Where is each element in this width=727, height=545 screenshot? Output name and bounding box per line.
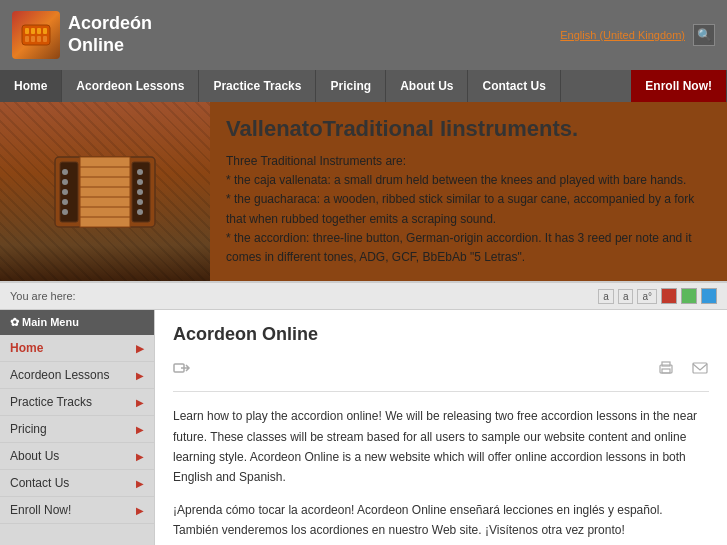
font-small-btn[interactable]: a — [598, 289, 614, 304]
color-blue-btn[interactable] — [701, 288, 717, 304]
sidebar-item-contact[interactable]: Contact Us ▶ — [0, 470, 154, 497]
svg-point-19 — [62, 169, 68, 175]
language-selector[interactable]: English (United Kingdom) — [560, 29, 685, 41]
breadcrumb-bar: You are here: a a a° — [0, 281, 727, 310]
svg-rect-33 — [693, 363, 707, 373]
svg-point-25 — [137, 179, 143, 185]
sidebar-arrow-home: ▶ — [136, 343, 144, 354]
svg-rect-7 — [37, 36, 41, 42]
nav-acordeon-lessons[interactable]: Acordeon Lessons — [62, 70, 199, 102]
share-icon[interactable] — [173, 359, 191, 381]
print-icon[interactable] — [657, 359, 675, 381]
logo-area: Acordeón Online — [12, 11, 152, 59]
svg-point-28 — [137, 209, 143, 215]
sidebar-item-pricing[interactable]: Pricing ▶ — [0, 416, 154, 443]
nav: Home Acordeon Lessons Practice Tracks Pr… — [0, 70, 727, 102]
svg-rect-4 — [43, 28, 47, 34]
sidebar-item-practice-tracks[interactable]: Practice Tracks ▶ — [0, 389, 154, 416]
svg-point-21 — [62, 189, 68, 195]
svg-rect-1 — [25, 28, 29, 34]
font-large-btn[interactable]: a° — [637, 289, 657, 304]
sidebar-item-acordeon-lessons[interactable]: Acordeon Lessons ▶ — [0, 362, 154, 389]
svg-rect-3 — [37, 28, 41, 34]
content-area: Acordeon Online — [155, 310, 727, 545]
sidebar-arrow-practice: ▶ — [136, 397, 144, 408]
svg-point-24 — [137, 169, 143, 175]
hero-image-inner — [0, 102, 210, 281]
hero-title: VallenatоTraditional Iinstruments. — [226, 116, 711, 142]
sidebar-item-about[interactable]: About Us ▶ — [0, 443, 154, 470]
nav-about-us[interactable]: About Us — [386, 70, 468, 102]
svg-rect-8 — [43, 36, 47, 42]
sidebar: ✿ Main Menu Home ▶ Acordeon Lessons ▶ Pr… — [0, 310, 155, 545]
nav-practice-tracks[interactable]: Practice Tracks — [199, 70, 316, 102]
sidebar-item-home[interactable]: Home ▶ — [0, 335, 154, 362]
logo-icon — [12, 11, 60, 59]
color-green-btn[interactable] — [681, 288, 697, 304]
sidebar-arrow-pricing: ▶ — [136, 424, 144, 435]
search-button[interactable]: 🔍 — [693, 24, 715, 46]
main-area: ✿ Main Menu Home ▶ Acordeon Lessons ▶ Pr… — [0, 310, 727, 545]
hero-content: VallenatоTraditional Iinstruments. Three… — [210, 102, 727, 281]
sidebar-arrow-enroll: ▶ — [136, 505, 144, 516]
color-red-btn[interactable] — [661, 288, 677, 304]
svg-rect-6 — [31, 36, 35, 42]
breadcrumb-text: You are here: — [10, 290, 76, 302]
svg-point-23 — [62, 209, 68, 215]
sidebar-arrow-about: ▶ — [136, 451, 144, 462]
svg-point-20 — [62, 179, 68, 185]
nav-enroll[interactable]: Enroll Now! — [631, 70, 727, 102]
svg-rect-5 — [25, 36, 29, 42]
font-controls: a a a° — [598, 288, 717, 304]
svg-rect-2 — [31, 28, 35, 34]
sidebar-title: ✿ Main Menu — [0, 310, 154, 335]
hero-banner: VallenatоTraditional Iinstruments. Three… — [0, 102, 727, 281]
email-icon[interactable] — [691, 359, 709, 381]
content-text-es: ¡Aprenda cómo tocar la acordeon! Acordeo… — [173, 500, 709, 541]
sidebar-arrow-acordeon: ▶ — [136, 370, 144, 381]
nav-contact-us[interactable]: Contact Us — [468, 70, 560, 102]
content-text-en: Learn how to play the accordion online! … — [173, 406, 709, 488]
font-med-btn[interactable]: a — [618, 289, 634, 304]
sidebar-item-enroll[interactable]: Enroll Now! ▶ — [0, 497, 154, 524]
hero-text: Three Traditional Instruments are: * the… — [226, 152, 711, 267]
hero-image — [0, 102, 210, 281]
svg-rect-32 — [662, 369, 670, 373]
header-right: English (United Kingdom) 🔍 — [560, 24, 715, 46]
logo-text: Acordeón Online — [68, 13, 152, 56]
sidebar-arrow-contact: ▶ — [136, 478, 144, 489]
content-icons — [173, 359, 709, 392]
nav-pricing[interactable]: Pricing — [316, 70, 386, 102]
header: Acordeón Online English (United Kingdom)… — [0, 0, 727, 70]
content-title: Acordeon Online — [173, 324, 709, 345]
svg-point-27 — [137, 199, 143, 205]
svg-point-26 — [137, 189, 143, 195]
nav-home[interactable]: Home — [0, 70, 62, 102]
svg-point-22 — [62, 199, 68, 205]
